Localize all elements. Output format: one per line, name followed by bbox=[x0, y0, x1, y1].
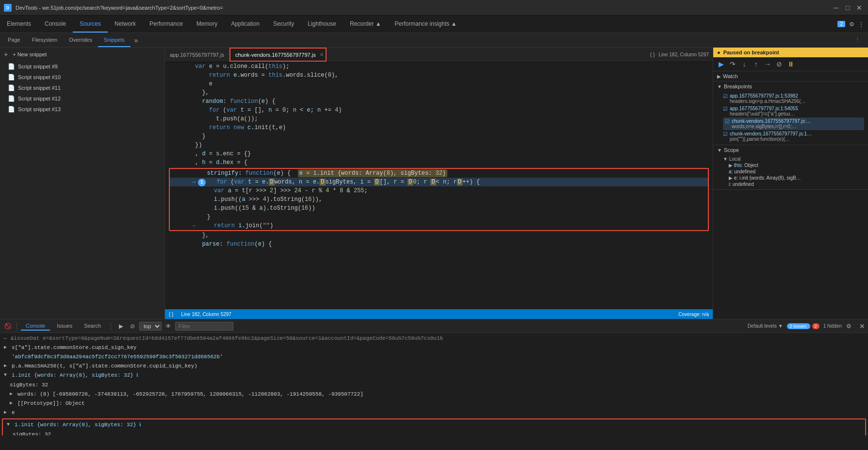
console-execute-button[interactable]: ▶ bbox=[116, 321, 126, 331]
console-output[interactable]: ← &issueDat e=&sortType=0&pageNum=2&requ… bbox=[0, 333, 868, 435]
snippet-item-12[interactable]: 📄 Script snippet #12 bbox=[0, 93, 164, 104]
code-line: return e.words = this.words.slice(0), bbox=[165, 71, 713, 80]
tab-performance[interactable]: Performance bbox=[143, 16, 190, 33]
window-controls: ─ □ ✕ bbox=[831, 3, 864, 13]
code-line: var a = t[r >>> 2] >>> 24 - r % 4 * 8 & … bbox=[170, 186, 708, 195]
tab-memory[interactable]: Memory bbox=[190, 16, 224, 33]
pause-button[interactable]: ⏸ bbox=[786, 59, 796, 69]
bp-checkbox-2[interactable]: ☑ bbox=[723, 106, 728, 112]
console-tab-console[interactable]: Console bbox=[21, 322, 50, 331]
tab-network[interactable]: Network bbox=[108, 16, 143, 33]
default-levels-label[interactable]: Default levels ▼ bbox=[748, 323, 783, 329]
snippet-icon: 📄 bbox=[8, 106, 15, 113]
breakpoints-expand-icon: ▼ bbox=[717, 84, 722, 89]
scope-local-header[interactable]: ▼ Local bbox=[723, 156, 864, 162]
snippet-item-11[interactable]: 📄 Script snippet #11 bbox=[0, 83, 164, 93]
console-tab-search[interactable]: Search bbox=[79, 322, 106, 331]
paused-label: Paused on breakpoint bbox=[723, 50, 779, 55]
notification-badge[interactable]: 2 bbox=[837, 21, 845, 27]
context-selector[interactable]: top bbox=[139, 322, 162, 331]
breakpoints-header[interactable]: ▼ Breakpoints bbox=[713, 82, 868, 91]
nav-right-controls: 2 ⚙ ⋮ bbox=[837, 16, 868, 33]
breakpoint-item-2: ☑ app.1677556797797.js:1:54055 headers["… bbox=[723, 105, 864, 117]
code-red-outline: stringify: function(e) { e = i.init {wor… bbox=[169, 168, 709, 231]
snippet-item-9[interactable]: 📄 Script snippet #9 bbox=[0, 61, 164, 72]
bp-checkbox-1[interactable]: ☑ bbox=[723, 93, 728, 100]
pause-icon: ● bbox=[717, 50, 721, 55]
console-tab-issues[interactable]: Issues bbox=[52, 322, 77, 331]
format-button[interactable]: { } bbox=[648, 51, 656, 58]
minimize-button[interactable]: ─ bbox=[831, 3, 841, 13]
step-into-button[interactable]: ↓ bbox=[739, 59, 749, 69]
main-area: + + New snippet 📄 Script snippet #9 📄 Sc… bbox=[0, 48, 868, 319]
snippet-label: Script snippet #12 bbox=[18, 96, 61, 101]
tab-recorder[interactable]: Recorder ▲ bbox=[343, 16, 388, 33]
settings-icon[interactable]: ⚙ bbox=[849, 21, 854, 28]
deactivate-button[interactable]: ⊘ bbox=[774, 59, 784, 69]
console-line-e: ▶ e bbox=[0, 408, 868, 417]
tab-lighthouse[interactable]: Lighthouse bbox=[301, 16, 343, 33]
file-tab-app[interactable]: app.1677556797797.js bbox=[165, 48, 229, 62]
subtab-filesystem[interactable]: Filesystem bbox=[26, 33, 64, 47]
subtab-overrides[interactable]: Overrides bbox=[63, 33, 98, 47]
bp-checkbox-3[interactable]: ☑ bbox=[725, 118, 730, 125]
code-line: } bbox=[170, 213, 708, 221]
sources-subtabs: Page Filesystem Overrides Snippets » ⋮ bbox=[0, 33, 868, 48]
tab-perf-insights[interactable]: Performance insights ▲ bbox=[388, 16, 464, 33]
editor-area: app.1677556797797.js chunk-vendors.16775… bbox=[165, 48, 713, 319]
toolbar-separator2 bbox=[111, 322, 111, 330]
bp-detail-1: headers.sign=p.a.HmacSHA256(… bbox=[730, 99, 805, 104]
bp-detail-2: headers["uuid"]=c["a"].getuu… bbox=[730, 111, 798, 117]
step-out-button[interactable]: ↑ bbox=[751, 59, 761, 69]
scope-local-items: ▶ this: Object a: undefined ▶ e: i.init … bbox=[729, 162, 864, 187]
console-line-sign-key: ▶ s["a"].state.commonStore.cupid_sign_ke… bbox=[0, 343, 868, 352]
code-line: i.push((a >>> 4).toString(16)), bbox=[170, 195, 708, 204]
watch-header[interactable]: ▶ Watch bbox=[713, 71, 868, 81]
tab-security[interactable]: Security bbox=[266, 16, 301, 33]
coverage-status: Coverage: n/a bbox=[678, 312, 709, 317]
close-tab-icon[interactable]: ✕ bbox=[320, 52, 324, 57]
tab-application[interactable]: Application bbox=[224, 16, 266, 33]
code-line-return: → return i.join("") bbox=[170, 221, 708, 230]
console-line-proto1: ▶ [[Prototype]]: Object bbox=[0, 399, 868, 408]
scope-this[interactable]: ▶ this: Object bbox=[729, 162, 864, 168]
file-tab-chunk[interactable]: chunk-vendors.1677556797797.js ✕ bbox=[229, 48, 327, 62]
console-settings-icon[interactable]: ⚙ bbox=[844, 321, 853, 331]
step-over-button[interactable]: ↷ bbox=[728, 59, 737, 69]
more-icon[interactable]: ⋮ bbox=[858, 21, 864, 28]
resume-button[interactable]: ▶ bbox=[716, 59, 726, 69]
subtab-action-dots[interactable]: ⋮ bbox=[852, 36, 863, 44]
bp-file-2: app.1677556797797.js:1:54055 bbox=[730, 106, 798, 111]
scope-header[interactable]: ▼ Scope bbox=[713, 145, 868, 155]
tab-console[interactable]: Console bbox=[38, 16, 73, 33]
step-button[interactable]: → bbox=[763, 59, 772, 69]
tab-sources[interactable]: Sources bbox=[73, 16, 108, 33]
snippet-item-10[interactable]: 📄 Script snippet #10 bbox=[0, 72, 164, 83]
eye-button[interactable]: 👁 bbox=[164, 321, 173, 331]
tab-elements[interactable]: Elements bbox=[0, 16, 38, 33]
console-line-hmac: ▶ p.a.HmacSHA256(t, s["a"].state.commonS… bbox=[0, 362, 868, 371]
new-snippet-button[interactable]: + + New snippet bbox=[0, 48, 164, 61]
bp-file-1: app.1677556797797.js:1:53982 bbox=[730, 93, 805, 99]
console-clear-button[interactable]: 🚫 bbox=[3, 321, 13, 331]
subtab-snippets[interactable]: Snippets bbox=[98, 33, 131, 47]
subtab-page[interactable]: Page bbox=[2, 33, 26, 47]
status-line-col: Line 182, Column 5297 bbox=[181, 312, 231, 317]
console-filter-button[interactable]: ⊘ bbox=[128, 321, 137, 331]
sidebar: + + New snippet 📄 Script snippet #9 📄 Sc… bbox=[0, 48, 165, 319]
plus-icon: + bbox=[4, 50, 8, 58]
console-rb-expand: ▼ i.init {words: Array(8), sigBytes: 32}… bbox=[3, 420, 865, 430]
maximize-button[interactable]: □ bbox=[843, 3, 852, 13]
bp-file-3: chunk-vendors.1677556797797.js:… bbox=[732, 118, 811, 124]
close-button[interactable]: ✕ bbox=[854, 3, 864, 13]
paused-header: ● Paused on breakpoint bbox=[713, 48, 868, 57]
code-line: }, bbox=[165, 231, 713, 240]
bp-checkbox-4[interactable]: ☑ bbox=[723, 131, 728, 137]
snippet-icon: 📄 bbox=[8, 84, 15, 91]
console-filter-input[interactable] bbox=[175, 322, 233, 331]
snippet-item-13[interactable]: 📄 Script snippet #13 bbox=[0, 104, 164, 115]
console-line-iinit: ▼ i.init {words: Array(8), sigBytes: 32}… bbox=[0, 371, 868, 381]
subtab-more[interactable]: » bbox=[131, 33, 142, 47]
code-editor[interactable]: var e = u.clone.call(this); return e.wor… bbox=[165, 62, 713, 309]
console-close-button[interactable]: ✕ bbox=[859, 322, 865, 330]
